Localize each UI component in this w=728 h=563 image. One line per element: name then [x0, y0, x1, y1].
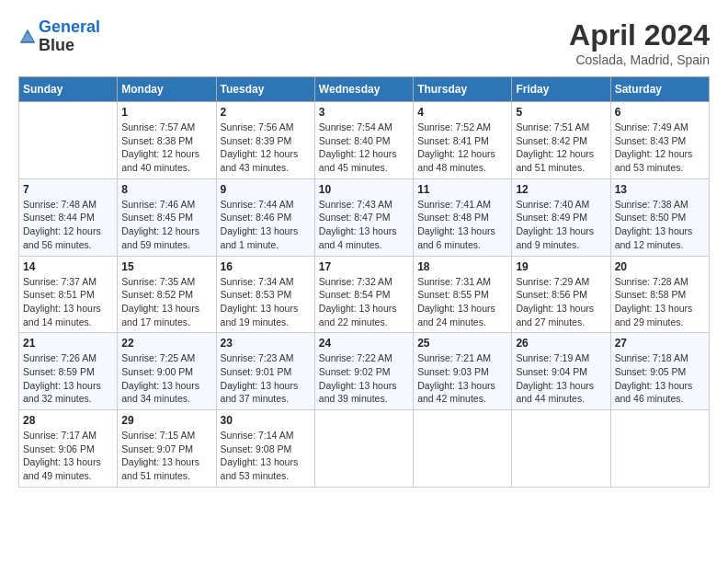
- calendar-cell: 17Sunrise: 7:32 AM Sunset: 8:54 PM Dayli…: [314, 256, 413, 333]
- day-info: Sunrise: 7:56 AM Sunset: 8:39 PM Dayligh…: [221, 121, 311, 175]
- day-header-tuesday: Tuesday: [216, 77, 314, 102]
- calendar-cell: 26Sunrise: 7:19 AM Sunset: 9:04 PM Dayli…: [512, 333, 610, 410]
- day-number: 18: [417, 260, 507, 273]
- day-number: 10: [319, 183, 409, 196]
- day-info: Sunrise: 7:15 AM Sunset: 9:07 PM Dayligh…: [121, 429, 211, 483]
- calendar-cell: 29Sunrise: 7:15 AM Sunset: 9:07 PM Dayli…: [118, 410, 216, 488]
- calendar-cell: [512, 410, 610, 488]
- day-number: 3: [319, 106, 409, 119]
- title-block: April 2024 Coslada, Madrid, Spain: [569, 18, 710, 67]
- calendar-cell: 12Sunrise: 7:40 AM Sunset: 8:49 PM Dayli…: [512, 178, 610, 256]
- calendar-cell: 2Sunrise: 7:56 AM Sunset: 8:39 PM Daylig…: [216, 102, 314, 179]
- calendar-cell: 4Sunrise: 7:52 AM Sunset: 8:41 PM Daylig…: [414, 102, 512, 179]
- day-number: 23: [221, 337, 311, 350]
- day-number: 26: [516, 337, 606, 350]
- subtitle: Coslada, Madrid, Spain: [569, 52, 710, 67]
- calendar-cell: 6Sunrise: 7:49 AM Sunset: 8:43 PM Daylig…: [610, 102, 709, 179]
- calendar-cell: [610, 410, 709, 488]
- calendar-cell: 3Sunrise: 7:54 AM Sunset: 8:40 PM Daylig…: [314, 102, 413, 179]
- calendar-cell: 28Sunrise: 7:17 AM Sunset: 9:06 PM Dayli…: [19, 410, 118, 488]
- calendar-cell: [19, 102, 118, 179]
- day-info: Sunrise: 7:43 AM Sunset: 8:47 PM Dayligh…: [319, 198, 409, 252]
- day-number: 29: [121, 414, 211, 427]
- day-number: 14: [23, 260, 113, 273]
- day-number: 2: [221, 106, 311, 119]
- calendar-cell: 23Sunrise: 7:23 AM Sunset: 9:01 PM Dayli…: [216, 333, 314, 410]
- day-info: Sunrise: 7:21 AM Sunset: 9:03 PM Dayligh…: [417, 351, 507, 406]
- calendar-header-row: SundayMondayTuesdayWednesdayThursdayFrid…: [19, 77, 710, 102]
- calendar-cell: [314, 410, 413, 488]
- day-info: Sunrise: 7:18 AM Sunset: 9:05 PM Dayligh…: [615, 351, 705, 406]
- day-info: Sunrise: 7:29 AM Sunset: 8:56 PM Dayligh…: [516, 275, 606, 329]
- day-number: 25: [417, 337, 507, 350]
- day-info: Sunrise: 7:41 AM Sunset: 8:48 PM Dayligh…: [417, 198, 507, 252]
- calendar-cell: 30Sunrise: 7:14 AM Sunset: 9:08 PM Dayli…: [216, 410, 314, 488]
- calendar-cell: 14Sunrise: 7:37 AM Sunset: 8:51 PM Dayli…: [19, 256, 118, 333]
- day-number: 27: [615, 337, 705, 350]
- day-number: 17: [319, 260, 409, 273]
- day-info: Sunrise: 7:17 AM Sunset: 9:06 PM Dayligh…: [23, 429, 113, 483]
- day-number: 15: [121, 260, 211, 273]
- day-number: 20: [615, 260, 705, 273]
- calendar-cell: 16Sunrise: 7:34 AM Sunset: 8:53 PM Dayli…: [216, 256, 314, 333]
- calendar-cell: 22Sunrise: 7:25 AM Sunset: 9:00 PM Dayli…: [118, 333, 216, 410]
- day-info: Sunrise: 7:46 AM Sunset: 8:45 PM Dayligh…: [121, 198, 211, 252]
- day-number: 6: [615, 106, 705, 119]
- day-number: 22: [121, 337, 211, 350]
- day-number: 28: [23, 414, 113, 427]
- day-info: Sunrise: 7:49 AM Sunset: 8:43 PM Dayligh…: [615, 121, 705, 175]
- day-info: Sunrise: 7:31 AM Sunset: 8:55 PM Dayligh…: [417, 275, 507, 329]
- day-header-saturday: Saturday: [610, 77, 709, 102]
- calendar-cell: 1Sunrise: 7:57 AM Sunset: 8:38 PM Daylig…: [118, 102, 216, 179]
- calendar-week-row: 21Sunrise: 7:26 AM Sunset: 8:59 PM Dayli…: [19, 333, 710, 410]
- day-number: 24: [319, 337, 409, 350]
- day-number: 4: [417, 106, 507, 119]
- day-number: 7: [23, 183, 113, 196]
- calendar-week-row: 1Sunrise: 7:57 AM Sunset: 8:38 PM Daylig…: [19, 102, 710, 179]
- day-info: Sunrise: 7:34 AM Sunset: 8:53 PM Dayligh…: [221, 275, 311, 329]
- calendar-cell: 24Sunrise: 7:22 AM Sunset: 9:02 PM Dayli…: [314, 333, 413, 410]
- calendar-week-row: 7Sunrise: 7:48 AM Sunset: 8:44 PM Daylig…: [19, 178, 710, 256]
- day-info: Sunrise: 7:35 AM Sunset: 8:52 PM Dayligh…: [121, 275, 211, 329]
- calendar-body: 1Sunrise: 7:57 AM Sunset: 8:38 PM Daylig…: [19, 102, 710, 488]
- day-header-thursday: Thursday: [414, 77, 512, 102]
- calendar-cell: 25Sunrise: 7:21 AM Sunset: 9:03 PM Dayli…: [414, 333, 512, 410]
- calendar-cell: 7Sunrise: 7:48 AM Sunset: 8:44 PM Daylig…: [19, 178, 118, 256]
- day-number: 16: [221, 260, 311, 273]
- calendar-cell: 8Sunrise: 7:46 AM Sunset: 8:45 PM Daylig…: [118, 178, 216, 256]
- day-info: Sunrise: 7:26 AM Sunset: 8:59 PM Dayligh…: [23, 351, 113, 406]
- day-info: Sunrise: 7:32 AM Sunset: 8:54 PM Dayligh…: [319, 275, 409, 329]
- day-number: 5: [516, 106, 606, 119]
- day-header-sunday: Sunday: [19, 77, 118, 102]
- day-number: 21: [23, 337, 113, 350]
- day-info: Sunrise: 7:48 AM Sunset: 8:44 PM Dayligh…: [23, 198, 113, 252]
- logo-icon: [18, 28, 37, 46]
- day-info: Sunrise: 7:23 AM Sunset: 9:01 PM Dayligh…: [221, 351, 311, 406]
- calendar-week-row: 28Sunrise: 7:17 AM Sunset: 9:06 PM Dayli…: [19, 410, 710, 488]
- calendar-cell: 13Sunrise: 7:38 AM Sunset: 8:50 PM Dayli…: [610, 178, 709, 256]
- calendar-cell: 10Sunrise: 7:43 AM Sunset: 8:47 PM Dayli…: [314, 178, 413, 256]
- day-info: Sunrise: 7:44 AM Sunset: 8:46 PM Dayligh…: [221, 198, 311, 252]
- day-info: Sunrise: 7:14 AM Sunset: 9:08 PM Dayligh…: [221, 429, 311, 483]
- day-info: Sunrise: 7:22 AM Sunset: 9:02 PM Dayligh…: [319, 351, 409, 406]
- day-header-monday: Monday: [118, 77, 216, 102]
- day-header-friday: Friday: [512, 77, 610, 102]
- day-info: Sunrise: 7:52 AM Sunset: 8:41 PM Dayligh…: [417, 121, 507, 175]
- day-info: Sunrise: 7:37 AM Sunset: 8:51 PM Dayligh…: [23, 275, 113, 329]
- day-info: Sunrise: 7:28 AM Sunset: 8:58 PM Dayligh…: [615, 275, 705, 329]
- day-info: Sunrise: 7:57 AM Sunset: 8:38 PM Dayligh…: [121, 121, 211, 175]
- day-info: Sunrise: 7:40 AM Sunset: 8:49 PM Dayligh…: [516, 198, 606, 252]
- calendar-cell: 11Sunrise: 7:41 AM Sunset: 8:48 PM Dayli…: [414, 178, 512, 256]
- calendar-cell: 5Sunrise: 7:51 AM Sunset: 8:42 PM Daylig…: [512, 102, 610, 179]
- day-number: 1: [121, 106, 211, 119]
- day-number: 13: [615, 183, 705, 196]
- calendar-cell: 15Sunrise: 7:35 AM Sunset: 8:52 PM Dayli…: [118, 256, 216, 333]
- day-header-wednesday: Wednesday: [314, 77, 413, 102]
- page-header: General Blue April 2024 Coslada, Madrid,…: [18, 18, 710, 67]
- calendar-week-row: 14Sunrise: 7:37 AM Sunset: 8:51 PM Dayli…: [19, 256, 710, 333]
- calendar-cell: 19Sunrise: 7:29 AM Sunset: 8:56 PM Dayli…: [512, 256, 610, 333]
- calendar-cell: 21Sunrise: 7:26 AM Sunset: 8:59 PM Dayli…: [19, 333, 118, 410]
- main-title: April 2024: [569, 18, 710, 52]
- day-info: Sunrise: 7:51 AM Sunset: 8:42 PM Dayligh…: [516, 121, 606, 175]
- svg-marker-1: [21, 32, 33, 41]
